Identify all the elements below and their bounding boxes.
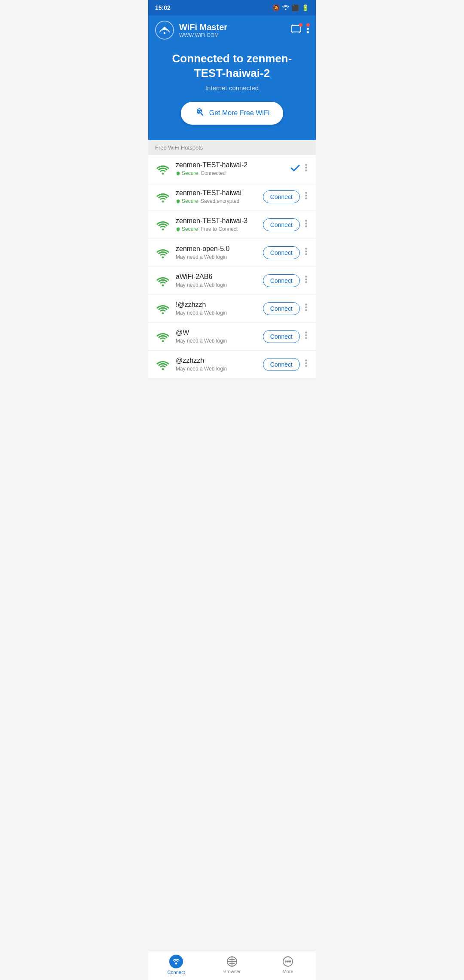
wifi-name: zenmen-TEST-haiwai-2 xyxy=(176,161,285,169)
scan-button[interactable] xyxy=(290,24,302,36)
connect-button-3[interactable]: Connect xyxy=(263,246,300,259)
svg-point-27 xyxy=(305,279,307,280)
svg-point-14 xyxy=(305,192,307,193)
wifi-status-row: May need a Web login xyxy=(176,366,258,372)
wifi-list-item: @WMay need a Web loginConnect xyxy=(148,323,316,351)
wifi-more-button[interactable] xyxy=(303,303,309,313)
wifi-action: Connect xyxy=(263,302,309,315)
wifi-detail-text: May need a Web login xyxy=(176,282,227,288)
wifi-list-item: zenmen-TEST-haiwai-2SecureConnected xyxy=(148,155,316,183)
svg-point-17 xyxy=(162,228,164,230)
wifi-name: @W xyxy=(176,329,258,337)
wifi-status-row: May need a Web login xyxy=(176,282,258,288)
svg-point-26 xyxy=(305,276,307,277)
wifi-detail-text: May need a Web login xyxy=(176,254,227,260)
wifi-name: aWiFi-2AB6 xyxy=(176,273,258,281)
wifi-signal-icon xyxy=(155,217,171,233)
wifi-name: !@zzhzzh xyxy=(176,301,258,309)
svg-point-29 xyxy=(162,312,164,314)
wifi-list-item: zenmen-TEST-haiwai-3SecureFree to Connec… xyxy=(148,211,316,239)
svg-point-39 xyxy=(305,362,307,364)
connected-title: Connected to zenmen-TEST-haiwai-2 xyxy=(159,52,305,81)
svg-point-31 xyxy=(305,306,307,308)
menu-button[interactable] xyxy=(307,24,309,36)
header-title-group: WiFi Master WWW.WiFi.COM xyxy=(179,22,227,38)
connect-button-2[interactable]: Connect xyxy=(263,218,300,231)
wifi-more-button[interactable] xyxy=(303,248,309,257)
svg-point-15 xyxy=(305,195,307,196)
wifi-status-icon xyxy=(282,4,289,11)
svg-point-16 xyxy=(305,197,307,199)
svg-point-38 xyxy=(305,359,307,361)
wifi-detail-text: Connected xyxy=(201,170,226,176)
wifi-more-button[interactable] xyxy=(303,276,309,285)
status-time: 15:02 xyxy=(155,4,171,11)
wifi-more-button[interactable] xyxy=(303,220,309,230)
svg-point-19 xyxy=(305,223,307,224)
header-right xyxy=(290,24,309,36)
wifi-detail-text: Free to Connect xyxy=(201,226,238,232)
wifi-action: Connect xyxy=(263,246,309,259)
connect-button-7[interactable]: Connect xyxy=(263,358,300,371)
wifi-list-item: !@zzhzzhMay need a Web loginConnect xyxy=(148,295,316,323)
svg-point-30 xyxy=(305,303,307,305)
wifi-name: zenmen-TEST-haiwai xyxy=(176,189,258,197)
wifi-more-button[interactable] xyxy=(303,359,309,369)
wifi-more-button[interactable] xyxy=(303,192,309,202)
wifi-more-button[interactable] xyxy=(303,331,309,341)
wifi-status-row: May need a Web login xyxy=(176,338,258,344)
wifi-secure-badge: Secure xyxy=(176,198,198,204)
connect-button-1[interactable]: Connect xyxy=(263,190,300,203)
svg-point-18 xyxy=(305,220,307,221)
wifi-detail-text: May need a Web login xyxy=(176,338,227,344)
connect-button-6[interactable]: Connect xyxy=(263,330,300,343)
svg-point-36 xyxy=(305,337,307,339)
svg-point-22 xyxy=(305,248,307,249)
wifi-more-button[interactable] xyxy=(303,164,309,174)
svg-point-2 xyxy=(164,32,165,34)
connect-button-5[interactable]: Connect xyxy=(263,302,300,315)
wifi-signal-icon xyxy=(155,245,171,260)
scan-notification-dot xyxy=(299,23,302,27)
wifi-signal-icon xyxy=(155,273,171,288)
svg-point-23 xyxy=(305,251,307,252)
wifi-action: Connect xyxy=(263,330,309,343)
wifi-list-item: @zzhzzhMay need a Web loginConnect xyxy=(148,351,316,379)
svg-point-34 xyxy=(305,331,307,333)
wifi-signal-icon xyxy=(155,161,171,177)
wifi-info: zenmen-open-5.0May need a Web login xyxy=(176,245,258,260)
menu-notification-dot xyxy=(306,23,310,27)
status-bar: 15:02 🔕 ⬛ 🔋 xyxy=(148,0,316,15)
get-more-wifi-button[interactable]: Get More Free WiFi xyxy=(181,102,283,125)
svg-point-37 xyxy=(162,368,164,370)
wifi-status-row: SecureFree to Connect xyxy=(176,226,258,232)
wifi-signal-icon xyxy=(155,329,171,344)
svg-point-13 xyxy=(162,200,164,202)
svg-point-40 xyxy=(305,365,307,367)
connect-button-4[interactable]: Connect xyxy=(263,274,300,287)
svg-point-28 xyxy=(305,281,307,283)
wifi-detail-text: May need a Web login xyxy=(176,310,227,316)
wifi-list-item: zenmen-TEST-haiwaiSecureSaved,encryptedC… xyxy=(148,183,316,211)
wifi-signal-icon xyxy=(155,301,171,316)
wifi-detail-text: Saved,encrypted xyxy=(201,198,239,204)
wifi-status-row: May need a Web login xyxy=(176,254,258,260)
screenshot-icon: ⬛ xyxy=(292,4,299,11)
svg-point-24 xyxy=(305,253,307,255)
svg-rect-3 xyxy=(291,26,301,32)
svg-point-35 xyxy=(305,334,307,336)
wifi-list: zenmen-TEST-haiwai-2SecureConnected zenm… xyxy=(148,155,316,379)
wifi-info: zenmen-TEST-haiwai-3SecureFree to Connec… xyxy=(176,217,258,232)
wifi-action: Connect xyxy=(263,274,309,287)
app-header: WiFi Master WWW.WiFi.COM xyxy=(148,15,316,43)
svg-point-20 xyxy=(305,225,307,227)
wifi-info: zenmen-TEST-haiwaiSecureSaved,encrypted xyxy=(176,189,258,204)
wifi-status-row: SecureSaved,encrypted xyxy=(176,198,258,204)
app-url: WWW.WiFi.COM xyxy=(179,32,227,38)
wifi-status-row: SecureConnected xyxy=(176,170,285,176)
svg-point-0 xyxy=(285,9,286,10)
svg-point-25 xyxy=(162,284,164,286)
svg-point-6 xyxy=(307,31,309,34)
svg-point-5 xyxy=(307,28,309,30)
wifi-info: @WMay need a Web login xyxy=(176,329,258,344)
